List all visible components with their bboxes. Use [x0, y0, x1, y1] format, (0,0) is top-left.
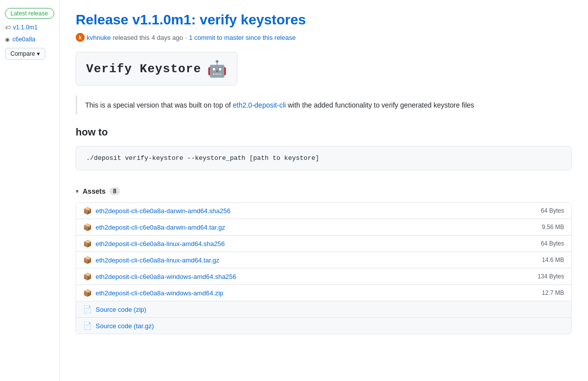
assets-count-badge: 8 [110, 187, 120, 195]
asset-name-link[interactable]: eth2deposit-cli-c6e0a8a-darwin-amd64.sha… [96, 207, 231, 215]
commit-icon: ◉ [5, 36, 10, 43]
archive-icon: 📦 [83, 289, 92, 297]
release-time: 4 days ago [151, 34, 183, 41]
asset-row: 📦eth2deposit-cli-c6e0a8a-darwin-amd64.sh… [76, 203, 571, 219]
asset-row: 📦eth2deposit-cli-c6e0a8a-darwin-amd64.ta… [76, 219, 571, 236]
avatar: k [76, 33, 85, 42]
description-text-after: with the added functionality to verify g… [286, 101, 474, 109]
assets-list: 📦eth2deposit-cli-c6e0a8a-darwin-amd64.sh… [76, 202, 572, 334]
eth2-deposit-link[interactable]: eth2.0-deposit-cli [233, 101, 286, 109]
how-to-heading: how to [76, 127, 572, 138]
release-separator: · [185, 34, 187, 41]
release-title: Release v1.1.0m1: verify keystores [76, 12, 572, 28]
compare-label: Compare [10, 50, 35, 57]
assets-header[interactable]: ▾ Assets 8 [76, 184, 572, 198]
assets-chevron-icon: ▾ [76, 188, 79, 195]
archive-icon: 📦 [83, 256, 92, 264]
asset-size: 9.56 MB [542, 224, 564, 231]
commit-link[interactable]: 1 commit to master since this release [189, 34, 296, 41]
asset-name-link[interactable]: Source code (tar.gz) [96, 322, 154, 330]
asset-row: 📦eth2deposit-cli-c6e0a8a-windows-amd64.z… [76, 285, 571, 301]
asset-size: 14.6 MB [542, 256, 564, 263]
release-user-link[interactable]: kvhnuke [87, 34, 111, 41]
assets-section: ▾ Assets 8 📦eth2deposit-cli-c6e0a8a-darw… [76, 184, 572, 334]
asset-size: 134 Bytes [538, 273, 564, 280]
archive-icon: 📦 [83, 272, 92, 280]
asset-row: 📄Source code (zip) [76, 301, 571, 318]
asset-name-link[interactable]: eth2deposit-cli-c6e0a8a-linux-amd64.sha2… [96, 240, 225, 248]
asset-name-link[interactable]: eth2deposit-cli-c6e0a8a-windows-amd64.sh… [96, 273, 236, 280]
release-action: released this [113, 34, 149, 41]
asset-row: 📦eth2deposit-cli-c6e0a8a-windows-amd64.s… [76, 268, 571, 285]
compare-button[interactable]: Compare ▾ [5, 48, 45, 60]
sidebar-tag: 🏷 v1.1.0m1 [5, 24, 54, 31]
source-icon: 📄 [83, 322, 92, 330]
latest-release-badge[interactable]: Latest release [5, 8, 54, 19]
robot-emoji-icon: 🤖 [207, 59, 227, 78]
asset-row: 📦eth2deposit-cli-c6e0a8a-linux-amd64.tar… [76, 252, 571, 268]
assets-label: Assets [83, 187, 106, 195]
code-block: ./deposit verify-keystore --keystore_pat… [76, 146, 572, 170]
asset-size: 64 Bytes [541, 240, 564, 247]
sidebar-commit: ◉ c6e0a8a [5, 36, 54, 43]
release-header-box: Verify Keystore 🤖 [76, 52, 237, 86]
compare-chevron-icon: ▾ [37, 50, 40, 57]
asset-name-link[interactable]: eth2deposit-cli-c6e0a8a-windows-amd64.zi… [96, 289, 224, 297]
sidebar: Latest release 🏷 v1.1.0m1 ◉ c6e0a8a Comp… [0, 0, 60, 381]
main-content: Release v1.1.0m1: verify keystores k kvh… [60, 0, 588, 381]
asset-size: 12.7 MB [542, 289, 564, 296]
asset-row: 📦eth2deposit-cli-c6e0a8a-linux-amd64.sha… [76, 236, 571, 252]
archive-icon: 📦 [83, 240, 92, 248]
tag-icon: 🏷 [5, 24, 10, 30]
sidebar-tag-link[interactable]: v1.1.0m1 [13, 24, 37, 31]
description-block: This is a special version that was built… [76, 96, 572, 115]
source-icon: 📄 [83, 305, 92, 313]
archive-icon: 📦 [83, 223, 92, 231]
asset-name-link[interactable]: eth2deposit-cli-c6e0a8a-linux-amd64.tar.… [96, 256, 220, 264]
asset-row: 📄Source code (tar.gz) [76, 318, 571, 334]
asset-name-link[interactable]: Source code (zip) [96, 306, 146, 313]
verify-keystore-title: Verify Keystore [86, 62, 201, 76]
release-meta: k kvhnuke released this 4 days ago · 1 c… [76, 33, 572, 42]
asset-name-link[interactable]: eth2deposit-cli-c6e0a8a-darwin-amd64.tar… [96, 224, 225, 231]
archive-icon: 📦 [83, 207, 92, 215]
asset-size: 64 Bytes [541, 207, 564, 214]
description-text-before: This is a special version that was built… [85, 101, 233, 109]
sidebar-commit-link[interactable]: c6e0a8a [12, 36, 35, 43]
